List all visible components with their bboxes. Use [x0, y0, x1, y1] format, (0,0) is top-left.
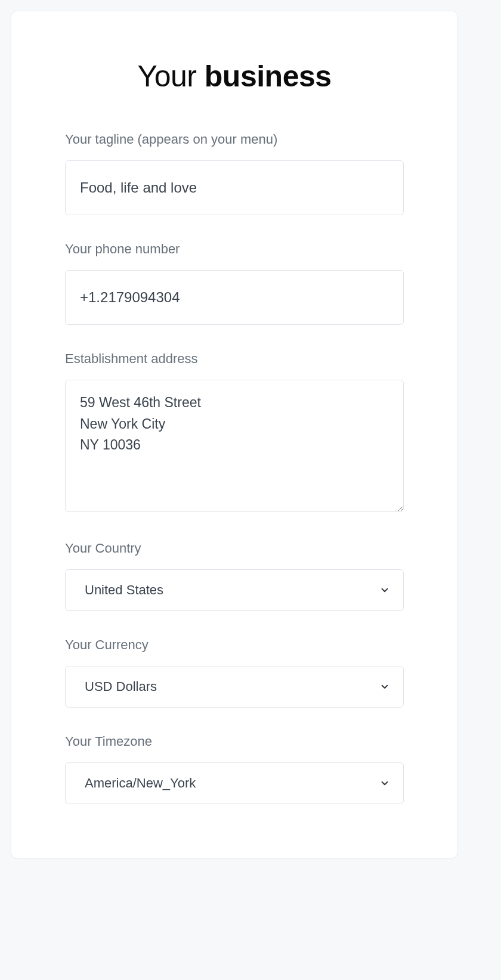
- address-textarea[interactable]: [65, 380, 404, 512]
- timezone-label: Your Timezone: [65, 734, 404, 749]
- chevron-down-icon: [379, 585, 390, 596]
- tagline-label: Your tagline (appears on your menu): [65, 132, 404, 147]
- chevron-down-icon: [379, 681, 390, 692]
- tagline-field: Your tagline (appears on your menu): [65, 132, 404, 215]
- phone-input[interactable]: [65, 270, 404, 325]
- tagline-input[interactable]: [65, 160, 404, 215]
- page-title: Your business: [65, 59, 404, 94]
- phone-label: Your phone number: [65, 241, 404, 257]
- country-select-value: United States: [85, 582, 163, 598]
- country-select[interactable]: United States: [65, 569, 404, 611]
- currency-select[interactable]: USD Dollars: [65, 666, 404, 708]
- country-label: Your Country: [65, 541, 404, 556]
- title-part-light: Your: [137, 60, 204, 93]
- currency-label: Your Currency: [65, 637, 404, 653]
- timezone-select-value: America/New_York: [85, 776, 196, 791]
- phone-field: Your phone number: [65, 241, 404, 325]
- currency-field: Your Currency USD Dollars: [65, 637, 404, 708]
- timezone-select[interactable]: America/New_York: [65, 762, 404, 804]
- currency-select-value: USD Dollars: [85, 679, 157, 694]
- timezone-field: Your Timezone America/New_York: [65, 734, 404, 804]
- address-field: Establishment address: [65, 351, 404, 514]
- chevron-down-icon: [379, 778, 390, 789]
- title-part-bold: business: [205, 60, 332, 93]
- country-field: Your Country United States: [65, 541, 404, 611]
- address-label: Establishment address: [65, 351, 404, 367]
- business-settings-card: Your business Your tagline (appears on y…: [11, 11, 458, 858]
